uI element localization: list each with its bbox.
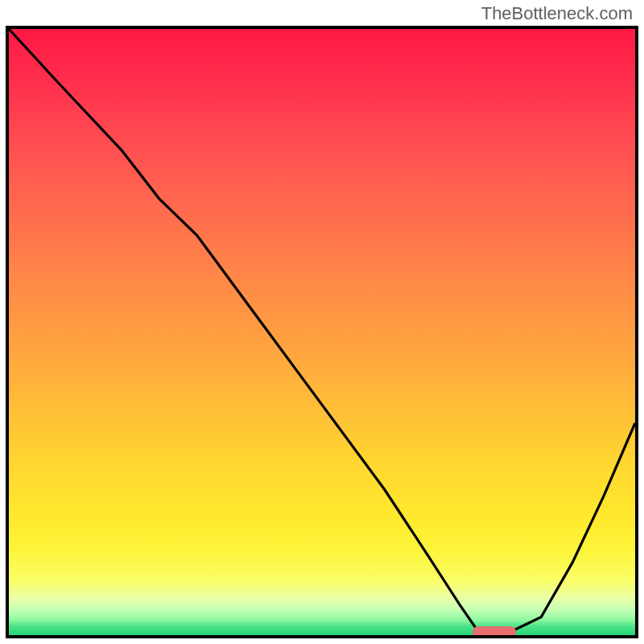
curve-svg (9, 29, 635, 635)
watermark-text: TheBottleneck.com (481, 3, 633, 24)
chart-frame (6, 26, 638, 638)
optimal-marker (473, 626, 516, 638)
bottleneck-curve-path (9, 29, 635, 632)
